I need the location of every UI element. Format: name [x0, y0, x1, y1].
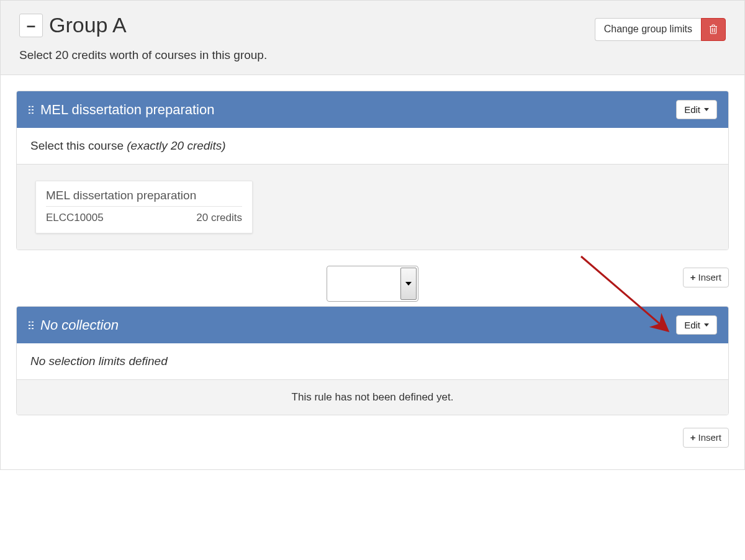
collection-title: No collection: [40, 317, 119, 333]
change-group-limits-button[interactable]: Change group limits: [595, 18, 701, 41]
drag-handle-icon[interactable]: [28, 105, 34, 115]
chevron-down-icon: [704, 108, 709, 111]
plus-icon: +: [690, 271, 696, 284]
edit-label: Edit: [684, 104, 700, 115]
insert-button[interactable]: + Insert: [683, 428, 729, 448]
operator-row: + Insert: [16, 250, 729, 306]
group-container: – Group A Change group limits Select 20 …: [0, 0, 745, 470]
group-body: MEL dissertation preparation Edit Select…: [1, 75, 744, 469]
collapse-button[interactable]: –: [19, 14, 43, 37]
course-card[interactable]: MEL dissertation preparation ELCC10005 2…: [35, 181, 253, 233]
insert-label: Insert: [698, 431, 721, 444]
group-actions: Change group limits: [595, 18, 726, 41]
group-title: Group A: [49, 13, 127, 37]
course-name: MEL dissertation preparation: [46, 189, 242, 207]
bottom-insert-row: + Insert: [16, 415, 729, 454]
collection-panel-empty: No collection Edit No selection limits d…: [16, 306, 729, 415]
collection-rule: No selection limits defined: [17, 343, 728, 380]
edit-label: Edit: [684, 320, 700, 330]
edit-collection-button[interactable]: Edit: [676, 315, 717, 335]
rule-detail: (exactly 20 credits): [127, 139, 225, 152]
chevron-down-icon: [704, 323, 709, 327]
course-code: ELCC10005: [46, 212, 104, 224]
collection-panel-heading: No collection Edit: [17, 307, 728, 343]
insert-label: Insert: [698, 271, 721, 284]
trash-icon: [709, 24, 718, 34]
course-credits: 20 credits: [196, 212, 242, 224]
drag-handle-icon[interactable]: [28, 320, 34, 330]
rule-text: No selection limits defined: [30, 355, 168, 368]
collection-content: MEL dissertation preparation ELCC10005 2…: [17, 165, 728, 250]
collection-panel: MEL dissertation preparation Edit Select…: [16, 91, 729, 250]
group-header: – Group A Change group limits Select 20 …: [1, 1, 744, 75]
rule-prefix: Select this course: [30, 139, 127, 152]
collection-panel-heading: MEL dissertation preparation Edit: [17, 91, 728, 128]
operator-select[interactable]: [327, 266, 418, 302]
edit-collection-button[interactable]: Edit: [676, 100, 717, 119]
delete-group-button[interactable]: [701, 18, 726, 41]
select-dropdown-button[interactable]: [400, 268, 417, 300]
chevron-down-icon: [405, 282, 412, 286]
insert-button[interactable]: + Insert: [683, 268, 729, 287]
empty-rule-message: This rule has not been defined yet.: [17, 380, 728, 415]
plus-icon: +: [690, 431, 696, 444]
collection-title: MEL dissertation preparation: [40, 102, 214, 118]
collection-rule: Select this course (exactly 20 credits): [17, 128, 728, 165]
group-subtitle: Select 20 credits worth of courses in th…: [19, 48, 726, 62]
